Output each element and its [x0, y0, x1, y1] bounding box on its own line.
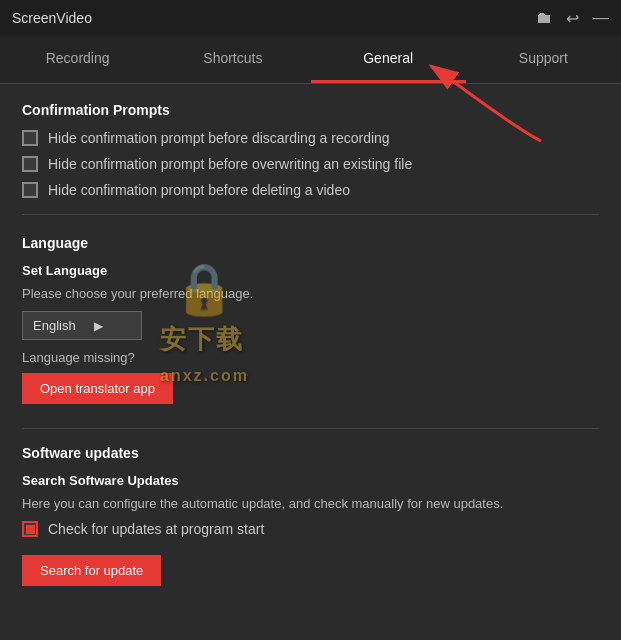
checkbox-overwrite: Hide confirmation prompt before overwrit…	[22, 156, 599, 172]
software-updates-section: Software updates Search Software Updates…	[22, 445, 599, 594]
checkbox-overwrite-box[interactable]	[22, 156, 38, 172]
language-section-title: Language	[22, 235, 599, 251]
software-updates-title: Software updates	[22, 445, 599, 461]
chevron-right-icon: ▶	[94, 319, 103, 333]
checkbox-delete-label: Hide confirmation prompt before deleting…	[48, 182, 350, 198]
language-section: Language Set Language Please choose your…	[22, 235, 599, 412]
language-value: English	[33, 318, 76, 333]
language-description: Please choose your preferred language.	[22, 286, 599, 301]
undo-icon[interactable]: ↩	[566, 9, 579, 28]
set-language-subtitle: Set Language	[22, 263, 599, 278]
language-missing-text: Language missing?	[22, 350, 599, 365]
titlebar: ScreenVideo 🖿 ↩ —	[0, 0, 621, 36]
checkbox-discard-label: Hide confirmation prompt before discardi…	[48, 130, 390, 146]
confirmation-prompts-section: Confirmation Prompts Hide confirmation p…	[22, 102, 599, 198]
confirmation-prompts-title: Confirmation Prompts	[22, 102, 599, 118]
minimize-icon[interactable]: —	[593, 9, 609, 27]
language-select[interactable]: English ▶	[22, 311, 142, 340]
checkbox-startup-box[interactable]	[22, 521, 38, 537]
divider-1	[22, 214, 599, 215]
app-title: ScreenVideo	[12, 10, 92, 26]
tab-support[interactable]: Support	[466, 36, 621, 83]
checkbox-delete-box[interactable]	[22, 182, 38, 198]
titlebar-controls: 🖿 ↩ —	[536, 9, 609, 28]
search-updates-subtitle: Search Software Updates	[22, 473, 599, 488]
updates-description: Here you can configure the automatic upd…	[22, 496, 599, 511]
checkbox-discard: Hide confirmation prompt before discardi…	[22, 130, 599, 146]
checkbox-discard-box[interactable]	[22, 130, 38, 146]
open-translator-button[interactable]: Open translator app	[22, 373, 173, 404]
checkbox-startup-updates: Check for updates at program start	[22, 521, 599, 537]
tab-shortcuts[interactable]: Shortcuts	[155, 36, 310, 83]
folder-icon[interactable]: 🖿	[536, 9, 552, 27]
checkbox-delete: Hide confirmation prompt before deleting…	[22, 182, 599, 198]
tab-general[interactable]: General	[311, 36, 466, 83]
search-for-update-button[interactable]: Search for update	[22, 555, 161, 586]
tab-recording[interactable]: Recording	[0, 36, 155, 83]
checkbox-overwrite-label: Hide confirmation prompt before overwrit…	[48, 156, 412, 172]
tabs: Recording Shortcuts General Support	[0, 36, 621, 84]
checkbox-startup-label: Check for updates at program start	[48, 521, 264, 537]
divider-2	[22, 428, 599, 429]
main-content: Confirmation Prompts Hide confirmation p…	[0, 84, 621, 638]
